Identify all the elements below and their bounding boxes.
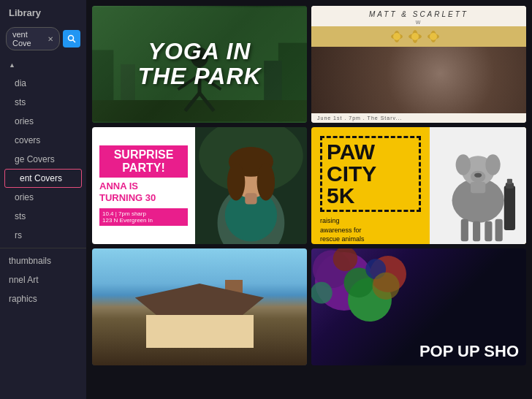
wedding-date: June 1st . 7pm . The Starv... xyxy=(311,113,526,123)
sidebar-title: Library xyxy=(0,0,86,23)
sidebar-item-label: ge Covers xyxy=(15,154,55,164)
party-left-panel: SURPRISE PARTY! ANNA ISTURNING 30 10.4 |… xyxy=(92,127,195,244)
sidebar-item-label: ent Covers xyxy=(20,173,62,183)
sidebar-item-stories2[interactable]: ories xyxy=(0,188,86,207)
svg-rect-46 xyxy=(507,179,512,184)
paw-photo xyxy=(430,127,526,244)
search-icon xyxy=(67,34,76,43)
dog-svg xyxy=(430,127,526,244)
close-icon[interactable]: ✕ xyxy=(48,35,53,43)
svg-rect-7 xyxy=(92,100,307,121)
sidebar-item-graphics[interactable]: raphics xyxy=(0,289,86,308)
popup-text-container: POP UP SHO xyxy=(412,338,526,365)
sidebar-item-label: ories xyxy=(15,116,34,126)
popup-title: POP UP SHO xyxy=(419,343,519,360)
content-grid: YOGA INTHE PARK MATT & SCARLETT W xyxy=(86,0,532,399)
house-background xyxy=(92,248,307,365)
sidebar-item-collapse[interactable]: ▲ xyxy=(0,55,86,74)
svg-point-19 xyxy=(411,33,419,40)
couple-image xyxy=(311,47,526,113)
party-photo xyxy=(195,127,307,244)
chevron-icon: ▲ xyxy=(9,61,15,69)
card-paw[interactable]: PAWCITY5K raisingawareness forrescue ani… xyxy=(311,127,526,244)
svg-rect-39 xyxy=(473,221,480,241)
party-headline: SURPRISE PARTY! xyxy=(99,145,188,178)
sidebar: Library vent Cove ✕ ▲ dia sts ories cove… xyxy=(0,0,86,399)
card-popup[interactable]: POP UP SHO xyxy=(311,248,526,365)
svg-point-30 xyxy=(257,163,275,200)
paw-title: PAWCITY5K xyxy=(320,136,421,212)
paw-subtitle: raisingawareness forrescue animals xyxy=(320,216,421,244)
sidebar-item-flyers[interactable]: rs xyxy=(0,226,86,245)
party-subline: ANNA ISTURNING 30 xyxy=(99,180,188,203)
svg-rect-38 xyxy=(460,219,468,242)
flower-strip xyxy=(311,26,526,47)
search-tag[interactable]: vent Cove ✕ xyxy=(6,27,60,50)
search-button[interactable] xyxy=(63,30,80,48)
wedding-sub: W xyxy=(319,20,519,25)
party-person-svg xyxy=(195,127,307,244)
sidebar-item-label: thumbnails xyxy=(9,256,51,266)
wedding-header: MATT & SCARLETT W xyxy=(311,6,526,26)
sidebar-item-media[interactable]: dia xyxy=(0,74,86,93)
card-house[interactable] xyxy=(92,248,307,365)
svg-point-29 xyxy=(227,163,245,200)
sidebar-item-label: covers xyxy=(15,135,40,145)
popup-shapes-svg xyxy=(311,248,440,330)
wedding-photo xyxy=(311,47,526,113)
sidebar-nav: ▲ dia sts ories covers ge Covers ent Cov… xyxy=(0,55,86,308)
sidebar-item-event-covers[interactable]: ent Covers xyxy=(4,169,82,188)
svg-rect-37 xyxy=(471,182,485,193)
sidebar-item-page-covers[interactable]: ge Covers xyxy=(0,150,86,169)
svg-point-35 xyxy=(455,154,470,175)
sidebar-item-label: rs xyxy=(15,230,22,240)
party-details: 10.4 | 7pm sharp123 N Evergreen ln xyxy=(99,208,188,226)
svg-point-16 xyxy=(393,33,400,40)
svg-point-0 xyxy=(69,36,74,41)
yoga-text: YOGA INTHE PARK xyxy=(137,39,261,88)
sidebar-item-label: nnel Art xyxy=(9,275,39,285)
sidebar-item-label: raphics xyxy=(9,294,37,304)
sidebar-item-label: ories xyxy=(15,192,34,202)
svg-point-22 xyxy=(430,33,437,40)
sidebar-item-thumbnails[interactable]: thumbnails xyxy=(0,251,86,270)
wedding-date-text: June 1st . 7pm . The Starv... xyxy=(317,115,402,121)
sidebar-item-label: sts xyxy=(15,97,26,107)
paw-left-panel: PAWCITY5K raisingawareness forrescue ani… xyxy=(311,127,430,244)
svg-rect-44 xyxy=(503,186,514,230)
sidebar-item-posts[interactable]: sts xyxy=(0,93,86,112)
sidebar-item-posts2[interactable]: sts xyxy=(0,207,86,226)
card-yoga[interactable]: YOGA INTHE PARK xyxy=(92,6,307,123)
house-roof xyxy=(135,284,264,319)
popup-circles xyxy=(311,248,440,330)
svg-point-36 xyxy=(485,154,500,175)
yoga-title: YOGA INTHE PARK xyxy=(137,39,261,88)
svg-rect-41 xyxy=(495,219,502,242)
card-party[interactable]: SURPRISE PARTY! ANNA ISTURNING 30 10.4 |… xyxy=(92,127,307,244)
search-bar: vent Cove ✕ xyxy=(0,23,86,55)
sidebar-item-label: dia xyxy=(15,78,26,88)
wedding-names: MATT & SCARLETT xyxy=(319,10,519,18)
svg-rect-31 xyxy=(245,193,256,204)
card-wedding[interactable]: MATT & SCARLETT W xyxy=(311,6,526,123)
svg-point-52 xyxy=(311,282,332,304)
svg-rect-40 xyxy=(484,221,492,241)
svg-point-51 xyxy=(373,273,400,300)
svg-line-1 xyxy=(73,40,76,43)
svg-point-43 xyxy=(474,173,482,178)
divider xyxy=(0,248,86,248)
search-tag-text: vent Cove xyxy=(12,30,45,48)
house-wall xyxy=(146,315,254,348)
flowers-svg xyxy=(390,28,448,45)
sidebar-item-stories[interactable]: ories xyxy=(0,112,86,131)
sidebar-item-label: sts xyxy=(15,211,26,221)
sidebar-item-channel-art[interactable]: nnel Art xyxy=(0,270,86,289)
sidebar-item-covers[interactable]: covers xyxy=(0,131,86,150)
